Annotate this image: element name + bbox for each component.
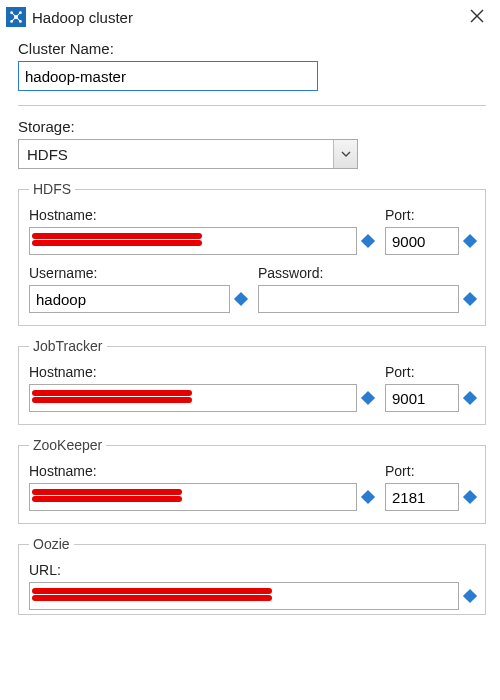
jobtracker-group: JobTracker Hostname: Port: [18, 338, 486, 425]
svg-line-5 [12, 13, 16, 17]
storage-label: Storage: [18, 118, 486, 135]
oozie-url-input[interactable] [29, 582, 459, 610]
variable-diamond-icon[interactable] [361, 234, 375, 248]
storage-select[interactable]: HDFS [18, 139, 358, 169]
jobtracker-hostname-input[interactable] [29, 384, 357, 412]
hdfs-group: HDFS Hostname: Port: Username: [18, 181, 486, 326]
hdfs-hostname-label: Hostname: [29, 207, 373, 223]
jobtracker-hostname-label: Hostname: [29, 364, 373, 380]
hdfs-password-input[interactable] [258, 285, 459, 313]
jobtracker-legend: JobTracker [29, 338, 107, 354]
variable-diamond-icon[interactable] [463, 490, 477, 504]
jobtracker-port-label: Port: [385, 364, 475, 380]
variable-diamond-icon[interactable] [361, 490, 375, 504]
hdfs-hostname-input[interactable] [29, 227, 357, 255]
close-icon [470, 9, 484, 23]
zookeeper-port-label: Port: [385, 463, 475, 479]
titlebar: Hadoop cluster [0, 0, 500, 32]
variable-diamond-icon[interactable] [463, 234, 477, 248]
cluster-name-input[interactable] [18, 61, 318, 91]
app-icon [6, 7, 26, 27]
variable-diamond-icon[interactable] [234, 292, 248, 306]
hdfs-legend: HDFS [29, 181, 75, 197]
cluster-name-label: Cluster Name: [18, 40, 486, 57]
zookeeper-group: ZooKeeper Hostname: Port: [18, 437, 486, 524]
zookeeper-hostname-input[interactable] [29, 483, 357, 511]
oozie-legend: Oozie [29, 536, 74, 552]
variable-diamond-icon[interactable] [361, 391, 375, 405]
hdfs-password-label: Password: [258, 265, 475, 281]
svg-line-6 [16, 13, 20, 17]
svg-line-8 [16, 17, 20, 21]
storage-selected-text: HDFS [19, 146, 333, 163]
chevron-down-icon [341, 149, 351, 159]
oozie-group: Oozie URL: [18, 536, 486, 615]
hdfs-username-label: Username: [29, 265, 246, 281]
dialog-content: Cluster Name: Storage: HDFS HDFS Hostnam… [0, 32, 500, 615]
zookeeper-port-input[interactable] [385, 483, 459, 511]
oozie-url-label: URL: [29, 562, 475, 578]
close-button[interactable] [464, 6, 490, 28]
svg-line-7 [12, 17, 16, 21]
zookeeper-legend: ZooKeeper [29, 437, 106, 453]
variable-diamond-icon[interactable] [463, 589, 477, 603]
variable-diamond-icon[interactable] [463, 292, 477, 306]
zookeeper-hostname-label: Hostname: [29, 463, 373, 479]
jobtracker-port-input[interactable] [385, 384, 459, 412]
hdfs-username-input[interactable] [29, 285, 230, 313]
storage-dropdown-button[interactable] [333, 140, 357, 168]
hdfs-port-input[interactable] [385, 227, 459, 255]
variable-diamond-icon[interactable] [463, 391, 477, 405]
divider [18, 105, 486, 106]
window-title: Hadoop cluster [32, 9, 464, 26]
cluster-icon [9, 10, 23, 24]
hdfs-port-label: Port: [385, 207, 475, 223]
